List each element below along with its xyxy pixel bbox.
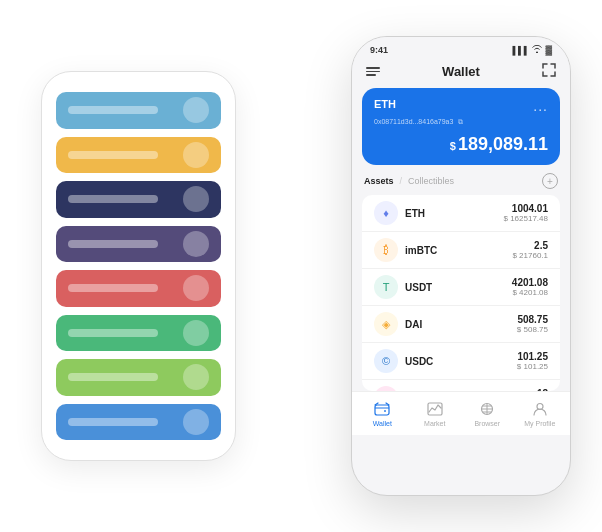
asset-item[interactable]: 🐦 TFT 13 0 [362, 380, 560, 391]
asset-amount: 508.75 [517, 314, 548, 325]
bg-card-text [68, 240, 158, 248]
add-asset-button[interactable]: + [542, 173, 558, 189]
eth-card-balance: $189,089.11 [374, 134, 548, 155]
asset-item[interactable]: ♦ ETH 1004.01 $ 162517.48 [362, 195, 560, 232]
asset-icon: © [374, 349, 398, 373]
bg-card-5 [56, 270, 221, 307]
bg-card-icon [183, 320, 209, 346]
bg-card-text [68, 106, 158, 114]
wifi-icon [532, 45, 542, 55]
asset-usd: $ 162517.48 [504, 214, 549, 223]
bg-card-icon [183, 142, 209, 168]
bg-card-4 [56, 226, 221, 263]
asset-item[interactable]: ₿ imBTC 2.5 $ 21760.1 [362, 232, 560, 269]
asset-amount: 101.25 [517, 351, 548, 362]
asset-usd: $ 508.75 [517, 325, 548, 334]
asset-left: T USDT [374, 275, 432, 299]
nav-browser[interactable]: Browser [461, 400, 514, 427]
asset-name: imBTC [405, 245, 437, 256]
background-phone [41, 71, 236, 461]
asset-left: © USDC [374, 349, 433, 373]
bg-card-2 [56, 137, 221, 174]
currency-symbol: $ [450, 140, 456, 152]
bg-card-text [68, 418, 158, 426]
phone-header: Wallet [352, 59, 570, 88]
nav-profile[interactable]: My Profile [514, 400, 567, 427]
asset-item[interactable]: T USDT 4201.08 $ 4201.08 [362, 269, 560, 306]
bg-card-text [68, 373, 158, 381]
assets-header: Assets / Collectibles + [352, 173, 570, 195]
asset-usd: $ 4201.08 [512, 288, 548, 297]
bg-card-text [68, 195, 158, 203]
assets-tabs: Assets / Collectibles [364, 176, 454, 186]
eth-card-top: ETH ... [374, 98, 548, 114]
asset-left: ♦ ETH [374, 201, 425, 225]
bg-card-icon [183, 97, 209, 123]
asset-item[interactable]: © USDC 101.25 $ 101.25 [362, 343, 560, 380]
asset-list: ♦ ETH 1004.01 $ 162517.48 ₿ imBTC 2.5 $ … [362, 195, 560, 391]
bg-card-6 [56, 315, 221, 352]
asset-left: ₿ imBTC [374, 238, 437, 262]
asset-amount: 1004.01 [504, 203, 549, 214]
bg-card-1 [56, 92, 221, 129]
bg-card-icon [183, 364, 209, 390]
bg-card-text [68, 284, 158, 292]
profile-nav-icon [531, 400, 549, 418]
tab-collectibles[interactable]: Collectibles [408, 176, 454, 186]
wallet-nav-icon [373, 400, 391, 418]
battery-icon: ▓ [545, 45, 552, 55]
asset-right: 508.75 $ 508.75 [517, 314, 548, 334]
balance-amount: 189,089.11 [458, 134, 548, 154]
market-nav-icon [426, 400, 444, 418]
expand-icon[interactable] [542, 63, 556, 80]
app-scene: 9:41 ▌▌▌ ▓ [21, 21, 581, 511]
eth-card-menu[interactable]: ... [533, 98, 548, 114]
asset-right: 4201.08 $ 4201.08 [512, 277, 548, 297]
asset-name: USDT [405, 282, 432, 293]
bg-card-text [68, 329, 158, 337]
menu-icon[interactable] [366, 67, 380, 76]
asset-right: 1004.01 $ 162517.48 [504, 203, 549, 223]
bg-card-icon [183, 186, 209, 212]
signal-icon: ▌▌▌ [512, 46, 529, 55]
bg-card-8 [56, 404, 221, 441]
bg-card-3 [56, 181, 221, 218]
asset-item[interactable]: ◈ DAI 508.75 $ 508.75 [362, 306, 560, 343]
status-bar: 9:41 ▌▌▌ ▓ [352, 37, 570, 59]
bg-card-icon [183, 231, 209, 257]
header-title: Wallet [442, 64, 480, 79]
bg-card-icon [183, 409, 209, 435]
bg-card-icon [183, 275, 209, 301]
tab-assets[interactable]: Assets [364, 176, 394, 186]
profile-nav-label: My Profile [524, 420, 555, 427]
asset-right: 101.25 $ 101.25 [517, 351, 548, 371]
eth-card: ETH ... 0x08711d3d...8416a79a3 ⧉ $189,08… [362, 88, 560, 165]
asset-right: 2.5 $ 21760.1 [512, 240, 548, 260]
status-icons: ▌▌▌ ▓ [512, 45, 552, 55]
tab-divider: / [400, 176, 403, 186]
status-time: 9:41 [370, 45, 388, 55]
eth-card-address: 0x08711d3d...8416a79a3 ⧉ [374, 118, 548, 126]
asset-icon: ₿ [374, 238, 398, 262]
main-phone: 9:41 ▌▌▌ ▓ [351, 36, 571, 496]
asset-usd: $ 21760.1 [512, 251, 548, 260]
bottom-nav: Wallet Market [352, 391, 570, 435]
asset-usd: $ 101.25 [517, 362, 548, 371]
copy-icon[interactable]: ⧉ [458, 118, 463, 125]
asset-amount: 2.5 [512, 240, 548, 251]
wallet-nav-label: Wallet [373, 420, 392, 427]
bg-card-text [68, 151, 158, 159]
asset-icon: ♦ [374, 201, 398, 225]
asset-amount: 4201.08 [512, 277, 548, 288]
browser-nav-icon [478, 400, 496, 418]
svg-rect-0 [375, 405, 389, 415]
market-nav-label: Market [424, 420, 445, 427]
nav-wallet[interactable]: Wallet [356, 400, 409, 427]
nav-market[interactable]: Market [409, 400, 462, 427]
eth-card-name: ETH [374, 98, 396, 110]
asset-icon: ◈ [374, 312, 398, 336]
asset-list-container: ♦ ETH 1004.01 $ 162517.48 ₿ imBTC 2.5 $ … [362, 195, 560, 391]
asset-name: ETH [405, 208, 425, 219]
phone-inner: 9:41 ▌▌▌ ▓ [352, 37, 570, 435]
asset-icon: T [374, 275, 398, 299]
